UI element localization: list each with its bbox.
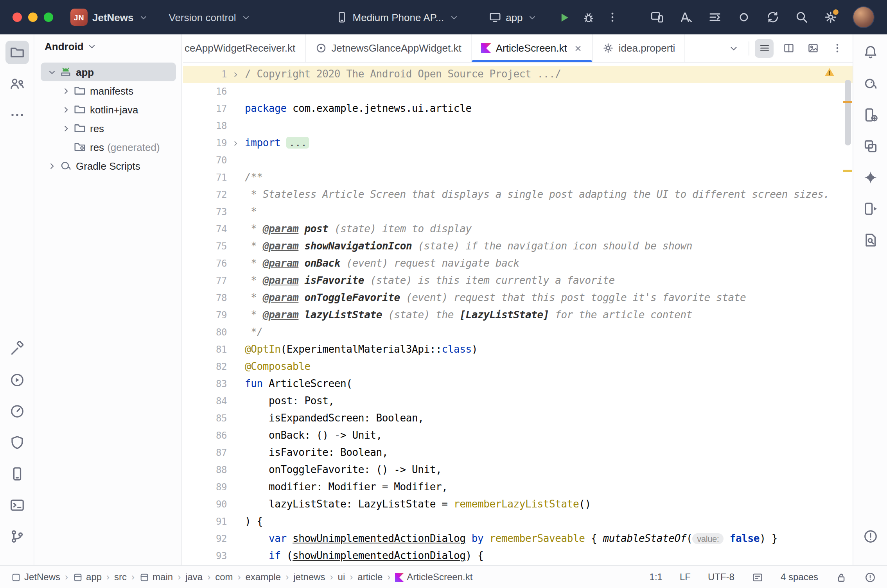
line-number[interactable]: 74 (183, 220, 227, 238)
device-manager-button[interactable] (858, 103, 882, 127)
line-number[interactable]: 70 (183, 152, 227, 169)
breadcrumb-item-main[interactable]: main (139, 572, 173, 583)
run-button[interactable] (558, 11, 571, 24)
line-number[interactable]: 81 (183, 341, 227, 358)
line-number[interactable]: 83 (183, 375, 227, 393)
line-number[interactable]: 78 (183, 289, 227, 307)
project-view-selector[interactable]: Android (45, 40, 84, 52)
line-number[interactable]: 82 (183, 358, 227, 375)
code-line[interactable]: 18 (183, 117, 853, 134)
tab-list-button[interactable] (755, 39, 774, 57)
line-number[interactable]: 1 (183, 66, 227, 83)
more-button[interactable] (5, 103, 29, 127)
code-line[interactable]: 88 onToggleFavorite: () -> Unit, (183, 461, 853, 479)
breadcrumb-item-jetnews[interactable]: JetNews (11, 572, 60, 583)
tab-idea-properti[interactable]: idea.properti (593, 34, 686, 62)
chevron-right-icon[interactable] (59, 104, 72, 115)
encoding-widget[interactable]: UTF-8 (708, 572, 734, 583)
line-number[interactable]: 84 (183, 393, 227, 410)
line-number[interactable]: 19 (183, 134, 227, 152)
line-number[interactable]: 71 (183, 169, 227, 186)
code-line[interactable]: 81@OptIn(ExperimentalMaterial3Api::class… (183, 341, 853, 358)
code-line[interactable]: 74 * @param post (state) item to display (183, 220, 853, 238)
line-number[interactable]: 77 (183, 272, 227, 289)
commit-button[interactable] (5, 72, 29, 95)
code-line[interactable]: 92 var showUnimplementedActionDialog by … (183, 530, 853, 547)
app-quality-insights-button[interactable] (858, 228, 882, 252)
code-line[interactable]: 93 if (showUnimplementedActionDialog) { (183, 547, 853, 565)
vcs-widget[interactable]: Version control (163, 8, 257, 26)
gradle-button[interactable] (858, 72, 882, 95)
code-line[interactable]: 1/ Copyright 2020 The Android Open Sourc… (183, 66, 853, 83)
code-line[interactable]: 70 (183, 152, 853, 169)
code-line[interactable]: 77 * @param isFavorite (state) is this i… (183, 272, 853, 289)
running-devices-button[interactable] (858, 197, 882, 220)
line-separator-widget[interactable]: LF (680, 572, 691, 583)
device-streaming-button[interactable] (650, 10, 664, 24)
code-line[interactable]: 19import ... (183, 134, 853, 152)
build-button[interactable] (5, 337, 29, 360)
avatar[interactable] (853, 6, 874, 28)
line-number[interactable]: 87 (183, 444, 227, 461)
project-folder-button[interactable] (5, 41, 29, 64)
tree-item-res[interactable]: res (41, 119, 176, 138)
tab-jetnewsglanceappwidget-kt[interactable]: JetnewsGlanceAppWidget.kt (305, 34, 471, 62)
line-number[interactable]: 91 (183, 513, 227, 530)
code-line[interactable]: 87 isFavorite: Boolean, (183, 444, 853, 461)
profiler-gauge-button[interactable] (5, 400, 29, 423)
problems-button[interactable] (858, 525, 882, 548)
breadcrumb-item-src[interactable]: src (114, 572, 127, 583)
line-number[interactable]: 76 (183, 255, 227, 272)
terminal-button[interactable] (5, 493, 29, 517)
preview-button[interactable] (803, 39, 822, 57)
device-selector[interactable]: Medium Phone AP... (329, 8, 465, 27)
tree-item-kotlin-java[interactable]: kotlin+java (41, 100, 176, 119)
chevron-right-icon[interactable] (59, 86, 72, 96)
line-number[interactable]: 18 (183, 117, 227, 134)
tree-item-app[interactable]: app (41, 63, 176, 81)
more-run-actions-button[interactable] (607, 11, 619, 23)
tab-articlescreen-kt[interactable]: ArticleScreen.kt (472, 34, 593, 62)
tree-item-gradle-scripts[interactable]: Gradle Scripts (41, 156, 176, 175)
line-number[interactable]: 88 (183, 461, 227, 479)
fold-arrow-icon[interactable] (227, 134, 245, 152)
zoom-window-button[interactable] (44, 13, 53, 22)
minimize-window-button[interactable] (28, 13, 38, 22)
code-line[interactable]: 72 * Stateless Article Screen that displ… (183, 186, 853, 203)
notifications-button[interactable] (858, 41, 882, 64)
device-explorer-button[interactable] (5, 462, 29, 486)
breadcrumb-item-example[interactable]: example (246, 572, 281, 583)
breadcrumb-item-articlescreen-kt[interactable]: ArticleScreen.kt (395, 572, 472, 583)
build-variants-button[interactable] (858, 134, 882, 158)
warning-triangle-icon[interactable] (824, 66, 835, 78)
code-line[interactable]: 86 onBack: () -> Unit, (183, 427, 853, 444)
line-number[interactable]: 80 (183, 324, 227, 341)
run-tool-button[interactable] (5, 368, 29, 392)
code-line[interactable]: 17package com.example.jetnews.ui.article (183, 100, 853, 117)
close-tab-icon[interactable] (573, 43, 583, 53)
breadcrumb-item-java[interactable]: java (185, 572, 203, 583)
line-number[interactable]: 73 (183, 203, 227, 220)
lock-icon[interactable] (835, 571, 847, 583)
search-button[interactable] (795, 10, 809, 24)
scrollbar-warning-mark[interactable] (843, 170, 852, 172)
breadcrumb-item-article[interactable]: article (357, 572, 382, 583)
line-number[interactable]: 85 (183, 410, 227, 427)
line-number[interactable]: 92 (183, 530, 227, 547)
indent-widget[interactable]: 4 spaces (781, 572, 818, 583)
line-number[interactable]: 93 (183, 547, 227, 565)
close-window-button[interactable] (13, 13, 22, 22)
line-number[interactable]: 79 (183, 307, 227, 324)
code-line[interactable]: 89 modifier: Modifier = Modifier, (183, 479, 853, 496)
chevron-right-icon[interactable] (59, 123, 72, 133)
project-panel-header[interactable]: Android (35, 34, 181, 58)
code-line[interactable]: 85 isExpandedScreen: Boolean, (183, 410, 853, 427)
project-widget[interactable]: JN JetNews (64, 5, 155, 29)
debug-button[interactable] (582, 11, 596, 24)
code-line[interactable]: 16 (183, 83, 853, 100)
code-line[interactable]: 75 * @param showNavigationIcon (state) i… (183, 238, 853, 255)
editor-scrollbar[interactable] (845, 80, 851, 145)
line-number[interactable]: 16 (183, 83, 227, 100)
chevron-right-icon[interactable] (45, 161, 58, 171)
breadcrumb-item-app[interactable]: app (73, 572, 102, 583)
